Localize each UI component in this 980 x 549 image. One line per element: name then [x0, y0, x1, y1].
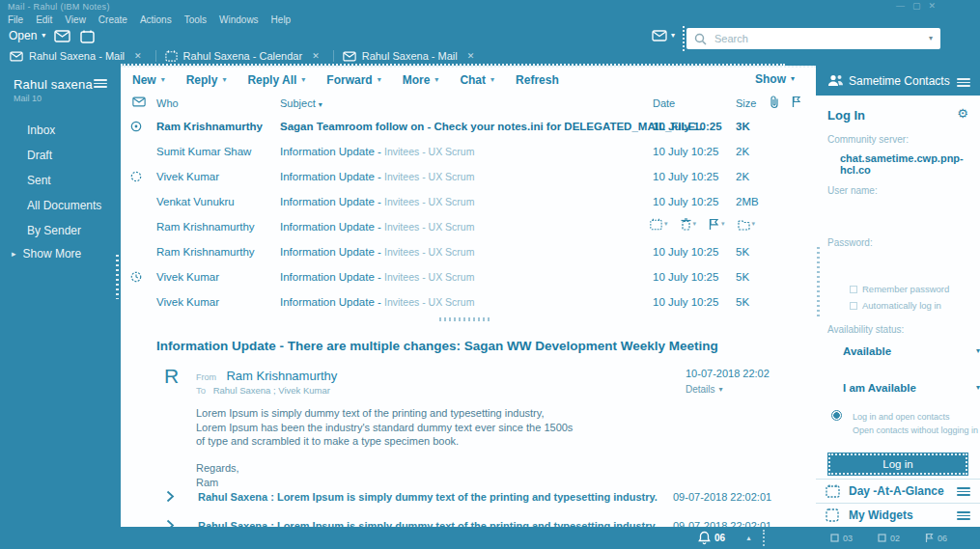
mail-row[interactable]: Vivek Kumar Information Update - Invitee… [121, 264, 816, 289]
bell-icon[interactable] [698, 531, 711, 545]
community-server-value[interactable]: chat.sametime.cwp.pnp-hcl.co [840, 152, 980, 176]
quick-delete-action[interactable]: ▾ [681, 218, 697, 231]
sidebar-item-inbox[interactable]: Inbox [27, 124, 55, 137]
tab-mail-1[interactable]: Rahul Saxena - Mail ✕ [0, 46, 155, 66]
column-header-subject[interactable]: Subject ▾ [280, 97, 322, 109]
status-indicator[interactable]: 03 [830, 533, 853, 543]
sidebar-show-more[interactable]: ▸ Show More [12, 247, 81, 261]
minimize-icon[interactable]: — [896, 1, 905, 11]
auto-login-checkbox[interactable]: Automatically log in [850, 300, 941, 311]
search-input[interactable] [714, 33, 929, 44]
close-icon[interactable]: ✕ [928, 1, 936, 11]
mail-row[interactable]: Vivek Kumar Information Update - Invitee… [121, 164, 816, 189]
forward-button[interactable]: Forward▾ [326, 73, 380, 87]
status-indicator[interactable]: 06 [925, 533, 947, 543]
sidebar-scrollbar[interactable] [116, 255, 119, 299]
attachment-column-icon[interactable] [770, 96, 780, 109]
day-glance-menu-icon[interactable] [957, 487, 970, 496]
log-in-button[interactable]: Log in [827, 453, 968, 476]
sametime-menu-icon[interactable] [957, 78, 970, 87]
show-button[interactable]: Show▾ [755, 72, 795, 86]
window-controls[interactable]: — ▢ ✕ [896, 1, 936, 11]
notes-application-window: Mail - Rahul (IBM Notes) — ▢ ✕ File Edit… [0, 0, 980, 549]
tab-close-icon[interactable]: ✕ [312, 51, 320, 61]
username-field[interactable] [827, 201, 963, 218]
menu-actions[interactable]: Actions [140, 14, 172, 27]
column-header-who[interactable]: Who [156, 97, 179, 109]
menu-tools[interactable]: Tools [184, 14, 207, 27]
quick-folder-action[interactable]: ▾ [738, 218, 756, 231]
mail-row[interactable]: Ram Krishnamurthy Information Update - I… [121, 239, 816, 264]
chat-button[interactable]: Chat▾ [460, 73, 494, 87]
login-option-radio[interactable] [831, 410, 842, 421]
sametime-scrollbar[interactable] [817, 247, 820, 316]
refresh-button[interactable]: Refresh [516, 73, 559, 87]
sidebar-item-draft[interactable]: Draft [27, 149, 52, 162]
mail-row[interactable]: Sumit Kumar Shaw Information Update - In… [121, 139, 816, 164]
gear-icon[interactable]: ⚙ [957, 106, 968, 121]
status-message-dropdown[interactable]: I am Available ▾ [843, 382, 966, 394]
menu-windows[interactable]: Windows [219, 14, 259, 27]
sidebar-item-by-sender[interactable]: By Sender [27, 224, 81, 237]
column-header-date[interactable]: Date [653, 97, 675, 109]
search-scope-selector[interactable]: ▾ [652, 30, 675, 41]
day-at-a-glance-panel[interactable]: Day -At-A-Glance [816, 479, 980, 503]
indicator-value: 02 [890, 534, 900, 543]
sametime-header[interactable]: Sametime Contacts [816, 66, 980, 96]
quick-calendar-action[interactable]: ▾ [650, 218, 668, 231]
radio-option-2[interactable]: Open contacts without logging in [853, 424, 978, 437]
my-widgets-panel[interactable]: My Widgets [816, 503, 980, 527]
row-date: 10 July 10:25 [653, 296, 718, 308]
to-names[interactable]: Rahul Saxena ; Vivek Kumar [213, 385, 330, 396]
more-button[interactable]: More▾ [403, 73, 439, 87]
maximize-icon[interactable]: ▢ [912, 1, 921, 11]
new-mail-icon[interactable] [54, 30, 70, 42]
new-button[interactable]: New▾ [132, 73, 165, 87]
mail-type-column-icon[interactable] [132, 96, 146, 107]
menu-help[interactable]: Help [271, 14, 292, 27]
row-sender: Ram Krishnamurthy [156, 221, 255, 233]
sidebar-user-name: Rahul saxena [14, 77, 93, 92]
notification-count[interactable]: 06 [714, 533, 725, 543]
flag-column-icon[interactable] [792, 96, 801, 108]
remember-password-checkbox[interactable]: Remember password [850, 284, 949, 294]
mail-row[interactable]: Venkat Vunukru Information Update - Invi… [121, 189, 816, 214]
tab-close-icon[interactable]: ✕ [467, 51, 475, 61]
mail-row-hovered[interactable]: Ram Krishnamurthy Information Update - I… [121, 214, 816, 239]
tab-close-icon[interactable]: ✕ [134, 51, 142, 61]
mail-row[interactable]: Vivek Kumar Information Update - Invitee… [121, 289, 816, 315]
open-button[interactable]: Open ▾ [9, 29, 45, 42]
collapsed-thread-item[interactable]: Rahul Saxena : Lorem Ipsum is simply dum… [121, 517, 816, 527]
password-field[interactable] [827, 253, 963, 270]
calendar-icon[interactable] [80, 30, 95, 43]
status-expand-icon[interactable]: ▲ [745, 535, 752, 541]
radio-option-1[interactable]: Log in and open contacts [853, 410, 978, 424]
tab-calendar[interactable]: Rahul Saxena - Calendar ✕ [155, 46, 333, 66]
caret-down-icon: ▾ [976, 384, 980, 392]
column-header-size[interactable]: Size [736, 97, 756, 109]
menu-view[interactable]: View [65, 14, 86, 27]
menu-edit[interactable]: Edit [36, 14, 52, 27]
mail-row[interactable]: Ram Krishnamurthy Sagan Teamroom follow … [121, 114, 816, 139]
collapsed-thread-item[interactable]: Rahul Saxena : Lorem Ipsum is simply dum… [121, 488, 816, 509]
sidebar-menu-icon[interactable] [94, 79, 107, 88]
row-subject: Sagan Teamroom follow on - Check your no… [280, 121, 705, 132]
sidebar-item-all-documents[interactable]: All Documents [27, 199, 101, 212]
list-preview-splitter[interactable] [439, 317, 492, 321]
status-indicator[interactable]: 02 [878, 533, 900, 543]
sidebar-item-sent[interactable]: Sent [27, 174, 51, 187]
search-dropdown-icon[interactable]: ▾ [929, 35, 933, 42]
expand-triangle-icon: ▸ [12, 249, 16, 259]
menu-file[interactable]: File [8, 14, 23, 27]
details-toggle[interactable]: Details ▾ [686, 384, 723, 395]
indicator-icon [830, 534, 839, 542]
reply-all-button[interactable]: Reply All▾ [247, 73, 305, 87]
from-name[interactable]: Ram Krishnamurthy [226, 369, 337, 383]
availability-dropdown[interactable]: Available ▾ [843, 345, 966, 357]
menu-create[interactable]: Create [98, 14, 127, 27]
body-line: of type and scrambled it to make a type … [196, 434, 573, 449]
tab-mail-2[interactable]: Rahul Saxena - Mail ✕ [333, 46, 489, 66]
my-widgets-menu-icon[interactable] [957, 511, 970, 520]
quick-flag-action[interactable]: ▾ [709, 218, 725, 231]
reply-button[interactable]: Reply▾ [186, 73, 227, 87]
